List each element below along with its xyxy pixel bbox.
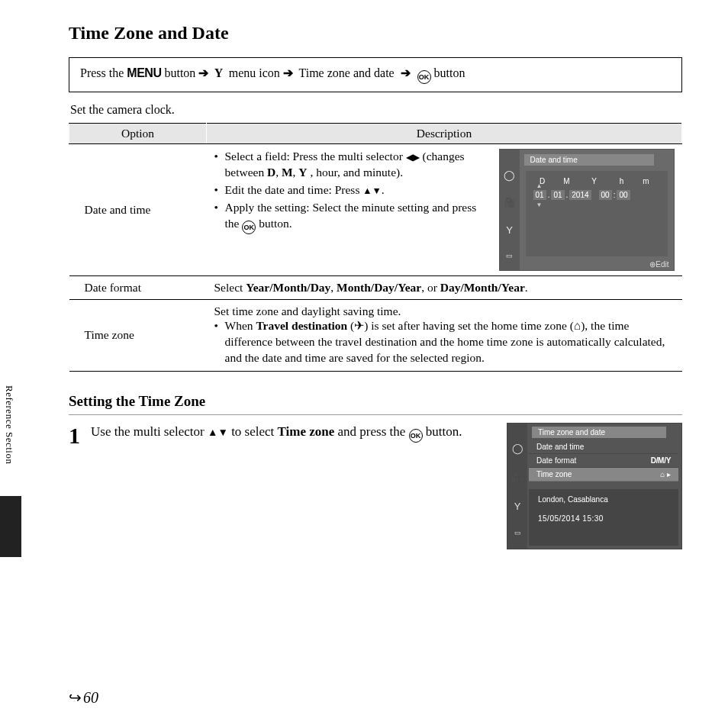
r1-b2: Edit the date and time: Press — [225, 183, 363, 196]
cam-label-h: h — [614, 177, 630, 185]
up-arrow-icon: ▲ — [536, 182, 543, 189]
cam2-row-dateformat: Date format D/M/Y — [529, 454, 678, 468]
cam-title: Date and time — [524, 154, 654, 166]
link-icon: ↪ — [69, 688, 82, 707]
bold-d: D — [267, 166, 275, 179]
r3-line1: Set time zone and daylight saving time. — [214, 304, 675, 318]
th-description: Description — [207, 124, 682, 144]
options-table: Option Description Date and time Select … — [69, 123, 682, 372]
table-row: Date format Select Year/Month/Day, Month… — [69, 276, 682, 300]
cam2-title: Time zone and date — [532, 427, 666, 438]
opt-time-zone: Time zone — [69, 300, 207, 372]
cam-val-min: 00 — [617, 190, 630, 200]
s1-t4: button. — [426, 424, 462, 439]
subheading-setting-timezone: Setting the Time Zone — [69, 393, 682, 410]
side-tab-marker — [0, 496, 21, 557]
navigation-breadcrumb: Press the MENU button ➔ Y menu icon ➔ Ti… — [69, 57, 682, 92]
dot: . — [548, 191, 550, 199]
down-arrow-icon: ▼ — [536, 201, 543, 208]
bold-y: Y — [298, 166, 307, 179]
cam-label-min: m — [639, 177, 654, 185]
cam-label-m: M — [559, 177, 575, 185]
bold-m: M — [282, 166, 293, 179]
ok-button-icon: OK — [242, 221, 256, 234]
colon: : — [614, 191, 616, 199]
opt-date-format: Date format — [69, 276, 207, 300]
r2-pre: Select — [214, 281, 246, 294]
row3-description: Set time zone and daylight saving time. … — [207, 300, 682, 372]
left-right-arrow-icon: ◀▶ — [406, 152, 420, 163]
cam-edit-label: ⊕Edit — [649, 260, 668, 269]
s1-t3: and press the — [338, 424, 409, 439]
table-row: Date and time Select a field: Press the … — [69, 144, 682, 276]
cam-label-y: Y — [584, 177, 605, 185]
th-option: Option — [69, 124, 207, 144]
home-icon: ⌂ — [574, 319, 581, 332]
home-icon: ⌂ — [660, 470, 665, 478]
chevron-right-icon: ▸ — [667, 470, 671, 478]
page-number-value: 60 — [83, 689, 98, 707]
r1-b3b: button. — [259, 217, 292, 230]
table-row: Time zone Set time zone and daylight sav… — [69, 300, 682, 372]
r3-travel: Travel destination — [256, 319, 347, 332]
video-mode-icon: 🎥 — [511, 472, 523, 483]
step-text: Use the multi selector ▲▼ to select Time… — [91, 423, 481, 443]
cam2-row-datetime: Date and time — [529, 440, 678, 454]
s1-t1: Use the multi selector — [91, 424, 208, 439]
nav-suffix: button — [434, 66, 465, 79]
cam2-dmy-value: D/M/Y — [651, 456, 671, 465]
step-number: 1 — [69, 424, 80, 447]
step-1: 1 Use the multi selector ▲▼ to select Ti… — [69, 423, 682, 549]
r1-b1a: Select a field: Press the multi selector — [225, 150, 406, 163]
row2-description: Select Year/Month/Day, Month/Day/Year, o… — [207, 276, 682, 300]
r3-b1a: When — [225, 319, 256, 332]
menu-button-label: MENU — [127, 66, 161, 79]
battery-icon: ▭ — [506, 252, 513, 259]
camera-screen-timezone: ◯ 🎥 Y ▭ Time zone and date Date and time… — [507, 423, 682, 549]
r3-b1c: ) is set after having set the home time … — [364, 319, 574, 332]
cam2-row-timezone-selected: Time zone ⌂ ▸ — [529, 468, 678, 482]
intro-text: Set the camera clock. — [70, 103, 682, 117]
opt-date-and-time: Date and time — [69, 144, 207, 276]
r1-b1c: , hour, and minute). — [310, 166, 403, 179]
setup-mode-icon: Y — [506, 224, 513, 236]
cam2-location: London, Casablanca — [538, 495, 669, 504]
airplane-icon: ✈ — [354, 319, 364, 332]
side-tab-label: Reference Section — [0, 378, 18, 472]
ok-button-icon: OK — [417, 70, 431, 84]
nav-prefix: Press the — [80, 66, 127, 79]
dot: . — [566, 191, 569, 199]
up-down-arrow-icon: ▲▼ — [362, 185, 382, 196]
arrow-right-icon: ➔ — [198, 66, 208, 79]
camera-mode-icon: ◯ — [512, 443, 523, 454]
r2-o2: Month/Day/Year — [337, 281, 421, 294]
cam2-datetime: 15/05/2014 15:30 — [538, 514, 669, 523]
cam-val-m: 01 — [551, 190, 564, 200]
arrow-right-icon: ➔ — [398, 66, 414, 79]
wrench-icon: Y — [211, 66, 225, 79]
up-down-arrow-icon: ▲▼ — [208, 427, 228, 438]
divider — [69, 414, 682, 415]
video-mode-icon: 🎥 — [504, 197, 516, 208]
cam-val-h: 00 — [599, 190, 612, 200]
battery-icon: ▭ — [514, 529, 521, 536]
setup-mode-icon: Y — [514, 501, 521, 512]
camera-screen-datetime: ◯ 🎥 Y ▭ Date and time D M Y h m — [499, 149, 675, 271]
s1-bold: Time zone — [278, 424, 335, 439]
arrow-right-icon: ➔ — [283, 66, 293, 79]
page-number: ↪ 60 — [69, 688, 98, 707]
nav-mid2: menu icon — [229, 66, 283, 79]
r2-o3: Day/Month/Year — [440, 281, 525, 294]
camera-mode-icon: ◯ — [504, 169, 515, 181]
page-title: Time Zone and Date — [69, 23, 682, 43]
nav-mid1: button — [164, 66, 198, 79]
cam-val-d: 01 — [533, 190, 546, 200]
r2-o1: Year/Month/Day — [246, 281, 330, 294]
nav-item-text: Time zone and date — [299, 66, 395, 79]
cam-val-y: 2014 — [569, 190, 591, 200]
row1-description: Select a field: Press the multi selector… — [214, 149, 491, 236]
s1-t2: to select — [231, 424, 277, 439]
ok-button-icon: OK — [409, 429, 423, 443]
